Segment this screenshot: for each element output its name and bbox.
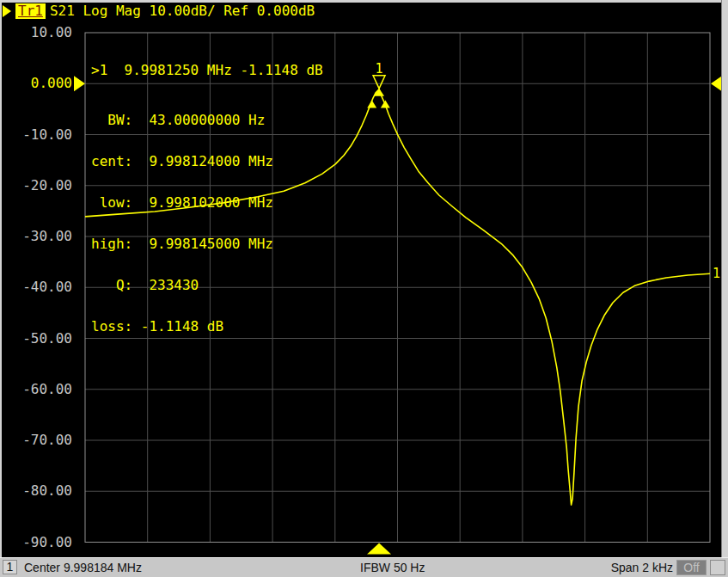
- status-corner-box[interactable]: [710, 560, 725, 575]
- bw-row: BW: 43.00000000 Hz: [91, 114, 323, 127]
- bw-low-marker: [367, 101, 376, 108]
- y-axis-label: 10.00: [0, 25, 72, 40]
- ref-level-arrow-left: [74, 76, 85, 91]
- marker1-symbol[interactable]: [373, 76, 385, 89]
- marker1-stimulus-indicator[interactable]: [367, 543, 391, 555]
- y-axis-labels: 10.000.000-10.00-20.00-30.00-40.00-50.00…: [0, 0, 72, 557]
- marker-readout: >1 9.9981250 MHz -1.1148 dB BW: 43.00000…: [91, 36, 323, 361]
- channel-indicator[interactable]: 1: [3, 560, 17, 574]
- status-bar: 1 Center 9.998184 MHz IFBW 50 Hz Span 2 …: [0, 557, 728, 577]
- q-row: Q: 233430: [91, 279, 323, 292]
- bw-high-marker: [381, 101, 390, 108]
- loss-row: loss: -1.1148 dB: [91, 320, 323, 334]
- window-right-strip: [721, 0, 728, 557]
- span-readout: Span 2 kHz: [611, 561, 673, 574]
- y-axis-label: -10.00: [0, 127, 72, 143]
- y-axis-label: -80.00: [0, 483, 72, 499]
- vna-screen: 11 Tr1 S21 Log Mag 10.00dB/ Ref 0.000dB …: [0, 0, 728, 577]
- trace-number-label: 1: [713, 266, 720, 281]
- y-axis-label: -60.00: [0, 382, 72, 397]
- y-axis-label: -90.00: [0, 535, 72, 550]
- ifbw-readout: IFBW 50 Hz: [360, 561, 425, 574]
- y-axis-label: -50.00: [0, 331, 72, 347]
- trace-settings-readout: S21 Log Mag 10.00dB/ Ref 0.000dB: [50, 3, 315, 19]
- marker1-readout-line: >1 9.9981250 MHz -1.1148 dB: [91, 64, 323, 77]
- center-frequency-readout: Center 9.998184 MHz: [24, 561, 142, 574]
- cent-row: cent: 9.998124000 MHz: [91, 155, 323, 169]
- y-axis-label: -70.00: [0, 433, 72, 448]
- y-axis-label: -30.00: [0, 229, 72, 244]
- y-axis-label: -20.00: [0, 178, 72, 193]
- off-button[interactable]: Off: [676, 560, 707, 575]
- y-axis-label: -40.00: [0, 279, 72, 295]
- low-row: low: 9.998102000 MHz: [91, 196, 323, 210]
- y-axis-label: 0.000: [0, 76, 72, 91]
- high-row: high: 9.998145000 MHz: [91, 237, 323, 251]
- marker1-number-label: 1: [376, 61, 383, 77]
